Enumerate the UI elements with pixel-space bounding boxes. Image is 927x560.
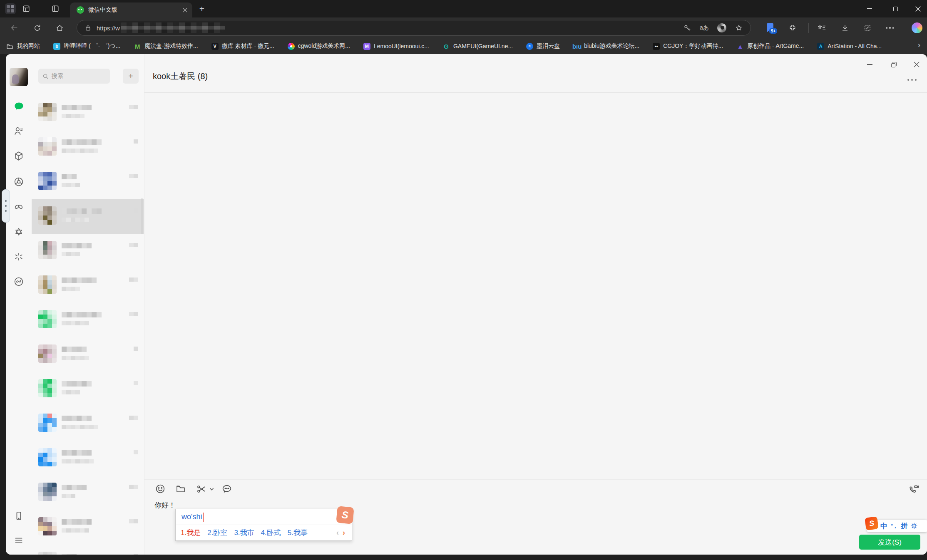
- mini-programs-icon[interactable]: [12, 225, 25, 238]
- chat-list-item[interactable]: [32, 476, 144, 510]
- chat-list-item[interactable]: [32, 337, 144, 372]
- moments-icon[interactable]: [12, 176, 25, 188]
- chat-list-item[interactable]: [32, 268, 144, 303]
- chats-icon[interactable]: [12, 100, 25, 112]
- bookmark-item[interactable]: b哔哩哔哩 ( ゜- ゜)つ...: [53, 42, 120, 50]
- wechat-restore-button[interactable]: [887, 59, 900, 70]
- bookmark-item[interactable]: ▲原创作品 - ArtGame...: [736, 42, 804, 50]
- bookmark-item[interactable]: 我的网站: [6, 42, 40, 50]
- tab-layout-icon[interactable]: [51, 4, 60, 13]
- ime-pinyin-mode[interactable]: 拼: [901, 522, 907, 530]
- bookmark-label: LemooUI(lemooui.c...: [374, 43, 429, 50]
- app-logo-icon[interactable]: [5, 3, 16, 14]
- chat-list-item[interactable]: [32, 510, 144, 545]
- wechat-close-button[interactable]: [910, 59, 923, 70]
- bookmarks-overflow-icon[interactable]: ›: [918, 41, 920, 50]
- message-input-area[interactable]: 你好！ wo'shi S 1.我是2.卧室3.我市4.卧式5.我事 ‹ ›: [144, 479, 927, 555]
- extensions-icon[interactable]: [785, 17, 800, 38]
- ime-candidate[interactable]: 1.我是: [181, 528, 201, 538]
- refresh-icon[interactable]: [31, 22, 43, 34]
- chat-list-item[interactable]: [32, 372, 144, 406]
- browser-tab[interactable]: 微信中文版: [70, 2, 192, 17]
- workspaces-icon[interactable]: [22, 4, 31, 13]
- chat-more-icon[interactable]: [906, 76, 918, 84]
- new-tab-button[interactable]: +: [196, 3, 207, 14]
- file-icon[interactable]: [175, 483, 186, 495]
- scissors-dropdown-icon[interactable]: [208, 483, 215, 495]
- chat-list-item[interactable]: [32, 96, 144, 130]
- sogou-statusbar-logo[interactable]: S: [865, 516, 879, 530]
- tab-close-icon[interactable]: [182, 7, 187, 12]
- ime-mode-chinese[interactable]: 中: [880, 521, 887, 531]
- chat-list-item[interactable]: [32, 165, 144, 199]
- edge-logo-icon[interactable]: [717, 23, 726, 32]
- bookmark-item[interactable]: GGAMEUI(GameUI.ne...: [442, 42, 513, 50]
- bookmark-item[interactable]: ••CGJOY：学好动画特...: [653, 42, 723, 50]
- chat-list-item[interactable]: [32, 234, 144, 268]
- ime-candidate[interactable]: 2.卧室: [207, 528, 227, 538]
- chat-list-item[interactable]: [32, 303, 144, 337]
- contacts-icon[interactable]: [12, 125, 25, 137]
- bookmark-item[interactable]: bıubiubiu游戏美术论坛...: [573, 42, 639, 50]
- bookmark-item[interactable]: MLemooUI(lemooui.c...: [363, 43, 429, 50]
- ime-candidate[interactable]: 5.我事: [288, 528, 308, 538]
- chat-list-item[interactable]: [32, 545, 144, 555]
- more-menu-icon[interactable]: [883, 17, 897, 38]
- password-key-icon[interactable]: [683, 24, 691, 32]
- chat-avatar-mosaic: [38, 310, 57, 328]
- browser-close-button[interactable]: [909, 0, 927, 17]
- favorites-icon[interactable]: [12, 150, 25, 162]
- address-bar[interactable]: https://w aあ: [77, 20, 751, 36]
- ime-punctuation-mode[interactable]: °，: [891, 522, 897, 530]
- chat-preview-blur: [62, 149, 98, 153]
- channels-icon[interactable]: [12, 201, 25, 213]
- screenshot-icon[interactable]: [860, 17, 875, 38]
- mobile-icon[interactable]: [12, 510, 25, 522]
- chat-list-item[interactable]: [32, 441, 144, 476]
- chat-history-icon[interactable]: [221, 483, 233, 495]
- typed-message: 你好！: [154, 501, 176, 510]
- sogou-ime-statusbar[interactable]: S 中 °， 拼: [867, 520, 927, 532]
- downloads-icon[interactable]: [838, 17, 852, 38]
- copilot-icon[interactable]: [911, 17, 923, 38]
- browser-minimize-button[interactable]: [860, 0, 879, 17]
- send-button[interactable]: 发送(S): [859, 535, 920, 550]
- chat-list-scrollbar[interactable]: [141, 198, 143, 234]
- video-call-icon[interactable]: [908, 483, 920, 495]
- menu-hamburger-icon[interactable]: [12, 534, 25, 546]
- bookmark-item[interactable]: V微库 素材库 - 微元...: [211, 42, 274, 50]
- ime-next-page-icon[interactable]: ›: [343, 528, 345, 537]
- wechat-minimize-button[interactable]: [863, 59, 876, 70]
- chat-list-item[interactable]: [32, 130, 144, 165]
- link-icon[interactable]: [12, 275, 25, 288]
- favorite-star-icon[interactable]: [735, 24, 743, 32]
- collections-icon[interactable]: [814, 17, 829, 38]
- translate-icon[interactable]: aあ: [700, 24, 709, 32]
- chat-preview-blur: [62, 356, 89, 360]
- bookmark-item[interactable]: AArtStation - All Cha...: [817, 43, 882, 50]
- chat-preview-blur: [62, 494, 75, 498]
- ime-candidate[interactable]: 3.我市: [234, 528, 254, 538]
- chat-list-item[interactable]: [32, 406, 144, 441]
- edge-sidebar-handle[interactable]: [2, 189, 10, 223]
- search-input[interactable]: 搜索: [38, 69, 110, 84]
- bookmark-item[interactable]: M魔法盒-游戏特效作...: [134, 42, 198, 50]
- sparkle-icon[interactable]: [12, 250, 25, 263]
- chat-avatar-mosaic: [38, 552, 57, 555]
- chat-list-item[interactable]: [32, 199, 144, 234]
- ime-candidate[interactable]: 4.卧式: [261, 528, 281, 538]
- browser-maximize-button[interactable]: [886, 0, 905, 17]
- emoji-icon[interactable]: [154, 483, 166, 495]
- add-button[interactable]: +: [123, 69, 139, 84]
- bookmark-item[interactable]: ≈墨泪云盘: [526, 42, 560, 50]
- tab-title: 微信中文版: [88, 6, 182, 14]
- ime-settings-gear-icon[interactable]: [911, 523, 917, 529]
- bookmark-item[interactable]: cgwold游戏美术网...: [288, 42, 350, 50]
- home-icon[interactable]: [54, 22, 65, 34]
- bookmark-icon: G: [442, 42, 450, 50]
- user-avatar[interactable]: [10, 68, 28, 86]
- screenshot-scissors-icon[interactable]: [195, 483, 207, 495]
- back-icon[interactable]: [8, 22, 20, 34]
- reading-list-icon[interactable]: [763, 17, 778, 38]
- ime-prev-page-icon[interactable]: ‹: [336, 528, 339, 537]
